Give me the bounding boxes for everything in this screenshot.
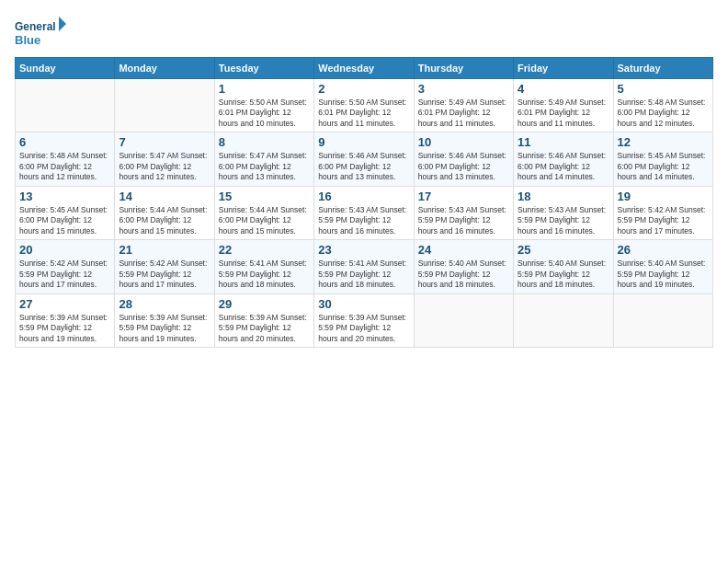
day-info: Sunrise: 5:45 AM Sunset: 6:00 PM Dayligh… <box>618 151 709 182</box>
day-info: Sunrise: 5:41 AM Sunset: 5:59 PM Dayligh… <box>318 259 409 290</box>
day-info: Sunrise: 5:40 AM Sunset: 5:59 PM Dayligh… <box>518 259 609 290</box>
calendar-cell: 17Sunrise: 5:43 AM Sunset: 5:59 PM Dayli… <box>414 186 513 239</box>
day-number: 16 <box>318 190 409 203</box>
day-number: 7 <box>119 135 210 149</box>
day-number: 8 <box>219 135 310 149</box>
weekday-header-wednesday: Wednesday <box>314 58 414 79</box>
calendar-cell <box>16 79 115 132</box>
day-info: Sunrise: 5:50 AM Sunset: 6:01 PM Dayligh… <box>318 98 409 129</box>
day-number: 30 <box>318 297 409 311</box>
day-info: Sunrise: 5:46 AM Sunset: 6:00 PM Dayligh… <box>518 151 609 182</box>
day-number: 11 <box>518 135 609 149</box>
day-info: Sunrise: 5:42 AM Sunset: 5:59 PM Dayligh… <box>19 259 110 290</box>
weekday-header-row: SundayMondayTuesdayWednesdayThursdayFrid… <box>16 58 713 79</box>
day-info: Sunrise: 5:48 AM Sunset: 6:00 PM Dayligh… <box>618 98 709 129</box>
calendar-cell: 8Sunrise: 5:47 AM Sunset: 6:00 PM Daylig… <box>214 132 313 186</box>
calendar-week-row: 6Sunrise: 5:48 AM Sunset: 6:00 PM Daylig… <box>16 132 713 186</box>
day-number: 25 <box>518 243 609 257</box>
day-info: Sunrise: 5:49 AM Sunset: 6:01 PM Dayligh… <box>518 98 609 129</box>
day-info: Sunrise: 5:39 AM Sunset: 5:59 PM Dayligh… <box>219 313 310 344</box>
calendar-cell: 14Sunrise: 5:44 AM Sunset: 6:00 PM Dayli… <box>115 186 214 239</box>
calendar-week-row: 20Sunrise: 5:42 AM Sunset: 5:59 PM Dayli… <box>16 240 713 293</box>
day-number: 2 <box>318 82 409 96</box>
day-number: 14 <box>119 190 210 203</box>
calendar-cell <box>115 79 214 132</box>
calendar-cell: 16Sunrise: 5:43 AM Sunset: 5:59 PM Dayli… <box>314 186 414 239</box>
day-number: 28 <box>119 297 210 311</box>
day-info: Sunrise: 5:43 AM Sunset: 5:59 PM Dayligh… <box>518 205 609 236</box>
day-number: 18 <box>518 190 609 203</box>
calendar-cell <box>514 293 613 347</box>
calendar-cell: 21Sunrise: 5:42 AM Sunset: 5:59 PM Dayli… <box>115 240 214 293</box>
weekday-header-tuesday: Tuesday <box>214 58 313 79</box>
day-info: Sunrise: 5:39 AM Sunset: 5:59 PM Dayligh… <box>119 313 210 344</box>
calendar-cell: 27Sunrise: 5:39 AM Sunset: 5:59 PM Dayli… <box>16 293 115 347</box>
calendar-cell: 19Sunrise: 5:42 AM Sunset: 5:59 PM Dayli… <box>613 186 712 239</box>
day-number: 19 <box>618 190 709 203</box>
calendar-cell: 23Sunrise: 5:41 AM Sunset: 5:59 PM Dayli… <box>314 240 414 293</box>
day-number: 5 <box>618 82 709 96</box>
day-info: Sunrise: 5:43 AM Sunset: 5:59 PM Dayligh… <box>318 205 409 236</box>
calendar-cell: 5Sunrise: 5:48 AM Sunset: 6:00 PM Daylig… <box>613 79 712 132</box>
day-number: 15 <box>219 190 310 203</box>
calendar-cell: 28Sunrise: 5:39 AM Sunset: 5:59 PM Dayli… <box>115 293 214 347</box>
day-info: Sunrise: 5:46 AM Sunset: 6:00 PM Dayligh… <box>418 151 509 182</box>
day-info: Sunrise: 5:46 AM Sunset: 6:00 PM Dayligh… <box>318 151 409 182</box>
calendar-cell: 13Sunrise: 5:45 AM Sunset: 6:00 PM Dayli… <box>16 186 115 239</box>
calendar-week-row: 27Sunrise: 5:39 AM Sunset: 5:59 PM Dayli… <box>16 293 713 347</box>
day-info: Sunrise: 5:40 AM Sunset: 5:59 PM Dayligh… <box>618 259 709 290</box>
calendar-cell: 4Sunrise: 5:49 AM Sunset: 6:01 PM Daylig… <box>514 79 613 132</box>
day-number: 20 <box>19 243 110 257</box>
calendar-cell <box>613 293 712 347</box>
weekday-header-saturday: Saturday <box>613 58 712 79</box>
day-number: 29 <box>219 297 310 311</box>
weekday-header-thursday: Thursday <box>414 58 513 79</box>
day-info: Sunrise: 5:47 AM Sunset: 6:00 PM Dayligh… <box>219 151 310 182</box>
calendar-cell: 12Sunrise: 5:45 AM Sunset: 6:00 PM Dayli… <box>613 132 712 186</box>
weekday-header-friday: Friday <box>514 58 613 79</box>
day-number: 12 <box>618 135 709 149</box>
day-info: Sunrise: 5:39 AM Sunset: 5:59 PM Dayligh… <box>318 313 409 344</box>
day-info: Sunrise: 5:44 AM Sunset: 6:00 PM Dayligh… <box>119 205 210 236</box>
day-number: 9 <box>318 135 409 149</box>
calendar-week-row: 1Sunrise: 5:50 AM Sunset: 6:01 PM Daylig… <box>16 79 713 132</box>
calendar-cell: 20Sunrise: 5:42 AM Sunset: 5:59 PM Dayli… <box>16 240 115 293</box>
day-number: 27 <box>19 297 110 311</box>
calendar-cell: 11Sunrise: 5:46 AM Sunset: 6:00 PM Dayli… <box>514 132 613 186</box>
svg-text:General: General <box>15 20 56 33</box>
calendar-cell: 9Sunrise: 5:46 AM Sunset: 6:00 PM Daylig… <box>314 132 414 186</box>
day-info: Sunrise: 5:50 AM Sunset: 6:01 PM Dayligh… <box>219 98 310 129</box>
header: General Blue <box>15 15 713 52</box>
logo-svg: General Blue <box>15 15 66 52</box>
calendar-cell <box>414 293 513 347</box>
day-info: Sunrise: 5:45 AM Sunset: 6:00 PM Dayligh… <box>19 205 110 236</box>
weekday-header-sunday: Sunday <box>16 58 115 79</box>
day-number: 26 <box>618 243 709 257</box>
logo: General Blue <box>15 15 66 52</box>
calendar-table: SundayMondayTuesdayWednesdayThursdayFrid… <box>15 57 713 348</box>
day-number: 23 <box>318 243 409 257</box>
day-info: Sunrise: 5:42 AM Sunset: 5:59 PM Dayligh… <box>119 259 210 290</box>
calendar-cell: 24Sunrise: 5:40 AM Sunset: 5:59 PM Dayli… <box>414 240 513 293</box>
calendar-cell: 26Sunrise: 5:40 AM Sunset: 5:59 PM Dayli… <box>613 240 712 293</box>
day-number: 13 <box>19 190 110 203</box>
calendar-cell: 3Sunrise: 5:49 AM Sunset: 6:01 PM Daylig… <box>414 79 513 132</box>
calendar-cell: 25Sunrise: 5:40 AM Sunset: 5:59 PM Dayli… <box>514 240 613 293</box>
calendar-cell: 29Sunrise: 5:39 AM Sunset: 5:59 PM Dayli… <box>214 293 313 347</box>
calendar-cell: 30Sunrise: 5:39 AM Sunset: 5:59 PM Dayli… <box>314 293 414 347</box>
calendar-cell: 18Sunrise: 5:43 AM Sunset: 5:59 PM Dayli… <box>514 186 613 239</box>
day-number: 6 <box>19 135 110 149</box>
calendar-cell: 2Sunrise: 5:50 AM Sunset: 6:01 PM Daylig… <box>314 79 414 132</box>
calendar-cell: 1Sunrise: 5:50 AM Sunset: 6:01 PM Daylig… <box>214 79 313 132</box>
day-info: Sunrise: 5:42 AM Sunset: 5:59 PM Dayligh… <box>618 205 709 236</box>
svg-text:Blue: Blue <box>15 33 40 47</box>
day-info: Sunrise: 5:44 AM Sunset: 6:00 PM Dayligh… <box>219 205 310 236</box>
day-info: Sunrise: 5:39 AM Sunset: 5:59 PM Dayligh… <box>19 313 110 344</box>
calendar-cell: 6Sunrise: 5:48 AM Sunset: 6:00 PM Daylig… <box>16 132 115 186</box>
day-info: Sunrise: 5:49 AM Sunset: 6:01 PM Dayligh… <box>418 98 509 129</box>
day-number: 17 <box>418 190 509 203</box>
calendar-cell: 22Sunrise: 5:41 AM Sunset: 5:59 PM Dayli… <box>214 240 313 293</box>
calendar-week-row: 13Sunrise: 5:45 AM Sunset: 6:00 PM Dayli… <box>16 186 713 239</box>
calendar-cell: 15Sunrise: 5:44 AM Sunset: 6:00 PM Dayli… <box>214 186 313 239</box>
day-number: 10 <box>418 135 509 149</box>
